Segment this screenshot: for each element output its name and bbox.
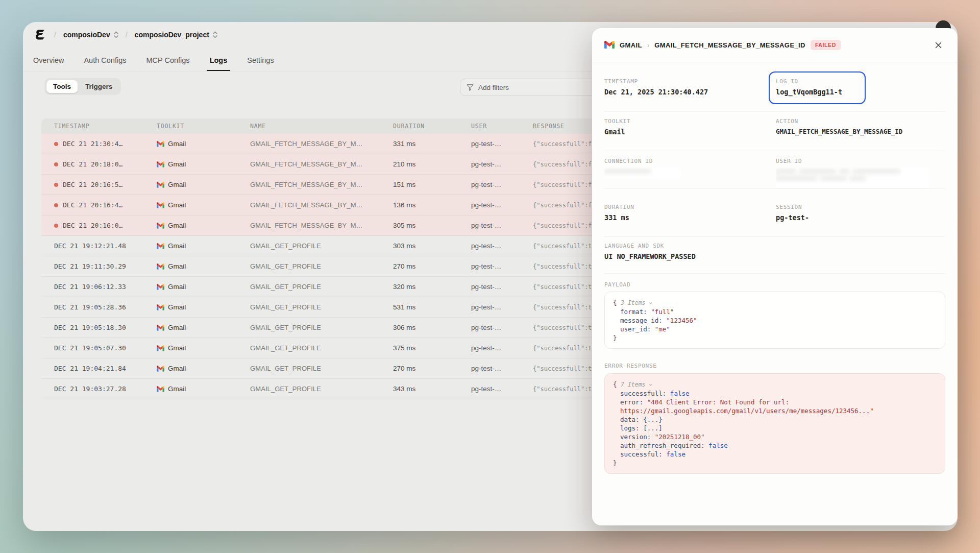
- payload-section-label: PAYLOAD: [604, 281, 630, 288]
- items-collapse-toggle[interactable]: 3 Items: [621, 299, 649, 306]
- row-toolkit: Gmail: [168, 242, 186, 250]
- row-duration: 305 ms: [380, 222, 458, 229]
- row-user: pg-test-…: [458, 181, 520, 188]
- composio-logo-icon: [34, 28, 48, 42]
- row-timestamp: DEC 21 20:16:5…: [63, 181, 122, 188]
- divider: [604, 151, 945, 151]
- row-duration: 331 ms: [380, 140, 458, 148]
- gmail-icon: [157, 345, 164, 351]
- row-timestamp: DEC 21 20:16:0…: [63, 222, 122, 229]
- row-timestamp: DEC 21 19:12:21.48: [54, 242, 126, 250]
- field-label: TOOLKIT: [604, 118, 763, 125]
- row-user: pg-test-…: [458, 222, 520, 229]
- field-action: ACTION GMAIL_FETCH_MESSAGE_BY_MESSAGE_ID: [776, 118, 949, 135]
- field-value: log_tVqomBgg11-t: [776, 88, 934, 96]
- items-collapse-toggle[interactable]: 7 Items: [621, 381, 649, 388]
- field-value: Gmail: [604, 128, 763, 136]
- row-user: pg-test-…: [458, 160, 520, 168]
- row-duration: 375 ms: [380, 344, 458, 352]
- row-user: pg-test-…: [458, 385, 520, 393]
- row-timestamp: DEC 21 19:06:12.33: [54, 283, 126, 291]
- column-header-name: NAME: [237, 123, 380, 130]
- items-collapse-toggle[interactable]: ›: [647, 301, 655, 305]
- gmail-icon: [604, 41, 615, 49]
- divider: [604, 273, 945, 274]
- row-action-name: GMAIL_GET_PROFILE: [237, 385, 380, 393]
- row-toolkit: Gmail: [168, 365, 186, 372]
- field-value: 331 ms: [604, 213, 763, 222]
- error-response-section-label: ERROR RESPONSE: [604, 363, 657, 369]
- row-action-name: GMAIL_GET_PROFILE: [237, 283, 380, 291]
- row-duration: 210 ms: [380, 160, 458, 168]
- field-label: USER ID: [776, 158, 934, 164]
- failed-status-dot: [54, 224, 58, 228]
- panel-action-name: GMAIL_FETCH_MESSAGE_BY_MESSAGE_ID: [654, 41, 805, 49]
- breadcrumb-chevron-icon: ›: [647, 41, 649, 49]
- row-duration: 343 ms: [380, 385, 458, 393]
- toggle-tools[interactable]: Tools: [46, 80, 78, 93]
- row-toolkit: Gmail: [168, 283, 186, 291]
- gmail-icon: [157, 304, 164, 310]
- field-label: TIMESTAMP: [604, 78, 763, 85]
- tab-auth-configs[interactable]: Auth Configs: [83, 56, 127, 71]
- row-action-name: GMAIL_FETCH_MESSAGE_BY_M…: [237, 140, 380, 148]
- tab-overview[interactable]: Overview: [32, 56, 65, 71]
- toggle-triggers[interactable]: Triggers: [79, 80, 119, 93]
- row-user: pg-test-…: [458, 344, 520, 352]
- panel-header: GMAIL › GMAIL_FETCH_MESSAGE_BY_MESSAGE_I…: [592, 28, 958, 62]
- breadcrumb-org-label: composioDev: [63, 31, 110, 39]
- field-user-id: USER ID ■■■■ ■■■■■■■ ■■ ■■■■■■■■■ ■■■■■■…: [776, 158, 934, 191]
- field-session: SESSION pg-test-: [776, 204, 934, 222]
- field-value: UI NO_FRAMEWORK_PASSED: [604, 252, 860, 260]
- row-duration: 270 ms: [380, 365, 458, 372]
- row-user: pg-test-…: [458, 140, 520, 148]
- tab-logs[interactable]: Logs: [209, 56, 229, 71]
- log-detail-panel: GMAIL › GMAIL_FETCH_MESSAGE_BY_MESSAGE_I…: [592, 28, 958, 525]
- row-action-name: GMAIL_GET_PROFILE: [237, 262, 380, 270]
- items-collapse-toggle[interactable]: ›: [647, 383, 655, 387]
- gmail-icon: [157, 141, 164, 147]
- tools-triggers-toggle: ToolsTriggers: [44, 78, 121, 95]
- breadcrumb-org-selector[interactable]: composioDev: [62, 29, 119, 41]
- gmail-icon: [157, 243, 164, 249]
- row-toolkit: Gmail: [168, 385, 186, 393]
- row-user: pg-test-…: [458, 201, 520, 209]
- row-action-name: GMAIL_GET_PROFILE: [237, 344, 380, 352]
- gmail-icon: [157, 284, 164, 290]
- breadcrumb-project-selector[interactable]: composioDev_project: [134, 29, 218, 41]
- close-panel-button[interactable]: [932, 41, 945, 50]
- breadcrumb-project-label: composioDev_project: [135, 31, 209, 39]
- filter-funnel-icon: [467, 84, 474, 91]
- row-timestamp: DEC 21 20:16:4…: [63, 201, 122, 209]
- error-response-json-viewer: { 7 Items ›successfull: falseerror: "404…: [604, 373, 945, 474]
- row-duration: 151 ms: [380, 181, 458, 188]
- field-value: pg-test-: [776, 213, 934, 222]
- row-user: pg-test-…: [458, 303, 520, 311]
- breadcrumb-separator: /: [54, 31, 56, 39]
- field-label: LANGUAGE AND SDK: [604, 243, 860, 249]
- row-toolkit: Gmail: [168, 160, 186, 168]
- row-action-name: GMAIL_GET_PROFILE: [237, 303, 380, 311]
- field-connection-id: CONNECTION ID ■■■■■■■■■: [604, 158, 763, 179]
- row-toolkit: Gmail: [168, 201, 186, 209]
- row-duration: 270 ms: [380, 262, 458, 270]
- redacted-value: ■■■■■■■■■: [604, 167, 681, 179]
- failed-status-dot: [54, 183, 58, 187]
- row-toolkit: Gmail: [168, 222, 186, 229]
- add-filters-label: Add filters: [478, 84, 509, 91]
- row-action-name: GMAIL_FETCH_MESSAGE_BY_M…: [237, 201, 380, 209]
- row-duration: 303 ms: [380, 242, 458, 250]
- gmail-icon: [157, 386, 164, 392]
- row-action-name: GMAIL_FETCH_MESSAGE_BY_M…: [237, 160, 380, 168]
- tab-mcp-configs[interactable]: MCP Configs: [145, 56, 190, 71]
- gmail-icon: [157, 223, 164, 229]
- field-language-sdk: LANGUAGE AND SDK UI NO_FRAMEWORK_PASSED: [604, 243, 860, 260]
- tab-settings[interactable]: Settings: [246, 56, 275, 71]
- row-timestamp: DEC 21 19:05:28.36: [54, 303, 126, 311]
- column-header-toolkit: TOOLKIT: [144, 123, 237, 130]
- row-toolkit: Gmail: [168, 344, 186, 352]
- row-action-name: GMAIL_FETCH_MESSAGE_BY_M…: [237, 181, 380, 188]
- failed-status-dot: [54, 142, 58, 146]
- row-timestamp: DEC 21 19:04:21.84: [54, 365, 126, 372]
- row-action-name: GMAIL_FETCH_MESSAGE_BY_M…: [237, 222, 380, 229]
